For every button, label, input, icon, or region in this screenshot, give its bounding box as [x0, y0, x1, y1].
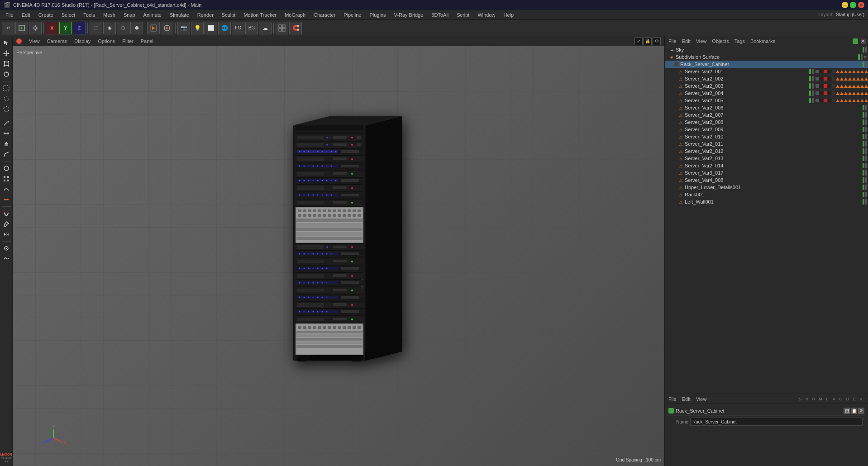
tree-item-server_var2_002[interactable]: △ Server_Var2_002	[665, 75, 868, 82]
lt-deformer[interactable]	[1, 184, 11, 194]
vp-menu-panel[interactable]: Panel	[139, 38, 155, 44]
menu-pipeline[interactable]: Pipeline	[340, 11, 365, 19]
tb-grid[interactable]	[276, 22, 288, 34]
lt-mirror[interactable]	[1, 229, 11, 239]
lt-smooth[interactable]	[1, 254, 11, 264]
vp-menu-view[interactable]: View	[27, 38, 42, 44]
menu-script[interactable]: Script	[453, 11, 473, 19]
tree-item-rack[interactable]: ⬛ Rack_Server_Cabinet	[665, 61, 868, 68]
tb-move[interactable]	[29, 22, 42, 34]
vp-menu-filter[interactable]: Filter	[120, 38, 135, 44]
tree-item-sky[interactable]: ☁ Sky	[665, 46, 868, 53]
lt-rotate-tool[interactable]	[1, 69, 11, 79]
lt-bevel[interactable]	[1, 149, 11, 159]
tree-item-server_var2_003[interactable]: △ Server_Var2_003	[665, 82, 868, 90]
tb-render[interactable]	[161, 22, 173, 34]
tb-light[interactable]: 💡	[191, 22, 204, 34]
tree-item-server_var2_010[interactable]: △ Server_Var2_010	[665, 133, 868, 140]
tb-fg[interactable]: FG	[232, 22, 244, 34]
menu-help[interactable]: Help	[500, 11, 518, 19]
lt-magnet[interactable]	[1, 209, 11, 219]
menu-render[interactable]: Render	[194, 11, 217, 19]
tb-env[interactable]: ☁	[259, 22, 272, 34]
tb-axis-x[interactable]: X	[46, 22, 58, 34]
vp-menu-cameras[interactable]: Cameras	[45, 38, 69, 44]
minimize-button[interactable]: ─	[842, 2, 848, 8]
lt-lasso[interactable]	[1, 94, 11, 104]
tb-camera[interactable]: 📷	[177, 22, 190, 34]
viewport-canvas[interactable]: Perspective	[13, 46, 664, 466]
lt-array[interactable]	[1, 174, 11, 184]
menu-motion-tracker[interactable]: Motion Tracker	[240, 11, 280, 19]
tree-item-server_var2_014[interactable]: △ Server_Var2_014	[665, 162, 868, 169]
tb-render-view[interactable]	[147, 22, 160, 34]
selected-obj-row[interactable]: Rack_Server_Cabinet 🖼 📋 ⚙	[667, 406, 866, 416]
tree-item-server_var2_005[interactable]: △ Server_Var2_005	[665, 97, 868, 104]
tb-poly-mode[interactable]: ⬢	[130, 22, 143, 34]
menu-simulate[interactable]: Simulate	[166, 11, 193, 19]
tb-axis-y[interactable]: Y	[59, 22, 72, 34]
lt-effector[interactable]	[1, 195, 11, 204]
menu-tools[interactable]: Tools	[80, 11, 99, 19]
menu-file[interactable]: File	[2, 11, 17, 19]
viewport[interactable]: View Cameras Display Options Filter Pane…	[13, 36, 664, 466]
menu-mograph[interactable]: MoGraph	[281, 11, 309, 19]
tb-bg[interactable]: BG	[245, 22, 258, 34]
lt-bridge[interactable]	[1, 128, 11, 138]
rp-menu-file[interactable]: File	[667, 38, 678, 44]
tree-item-server_var2_004[interactable]: △ Server_Var2_004	[665, 90, 868, 97]
obj-props-edit[interactable]: Edit	[680, 396, 692, 402]
menu-window[interactable]: Window	[474, 11, 499, 19]
lt-poly-select[interactable]	[1, 104, 11, 114]
lt-extrude[interactable]	[1, 139, 11, 149]
tb-floor[interactable]: ⬜	[205, 22, 217, 34]
tree-item-server_var2_013[interactable]: △ Server_Var2_013	[665, 155, 868, 162]
menu-vray[interactable]: V-Ray Bridge	[391, 11, 427, 19]
lt-scale-tool[interactable]	[1, 59, 11, 69]
tree-item-server_var2_001[interactable]: △ Server_Var2_001	[665, 68, 868, 75]
obj-props-view[interactable]: View	[694, 396, 709, 402]
tree-item-left_wall001[interactable]: △ Left_Wall001	[665, 198, 868, 205]
menu-select[interactable]: Select	[58, 11, 79, 19]
lt-paint[interactable]	[1, 219, 11, 229]
rp-menu-view[interactable]: View	[694, 38, 709, 44]
menu-3dtoall[interactable]: 3DToAll	[428, 11, 452, 19]
tree-item-rack001[interactable]: △ Rack001	[665, 191, 868, 198]
lt-knife[interactable]	[1, 118, 11, 128]
tree-item-subdivision[interactable]: ◈ Subdivision Surface ✕	[665, 53, 868, 61]
maximize-button[interactable]: □	[850, 2, 856, 8]
tree-item-server_var2_006[interactable]: △ Server_Var2_006	[665, 104, 868, 111]
obj-props-file[interactable]: File	[667, 396, 678, 402]
tree-item-server_var2_012[interactable]: △ Server_Var2_012	[665, 147, 868, 155]
sub-close-icon[interactable]: ✕	[863, 55, 867, 60]
close-button[interactable]: ✕	[858, 2, 864, 8]
vp-menu-options[interactable]: Options	[96, 38, 117, 44]
rp-menu-objects[interactable]: Objects	[710, 38, 730, 44]
tb-sky[interactable]: 🌐	[218, 22, 231, 34]
vp-menu-display[interactable]: Display	[72, 38, 92, 44]
lt-move-tool[interactable]	[1, 48, 11, 58]
tree-item-server_var4_008[interactable]: △ Server_Var4_008	[665, 176, 868, 184]
vp-close[interactable]	[16, 38, 22, 44]
tb-snap[interactable]: 🧲	[289, 22, 302, 34]
menu-mesh[interactable]: Mesh	[100, 11, 119, 19]
obj-btn-3[interactable]: ⚙	[858, 408, 864, 414]
menu-snap[interactable]: Snap	[120, 11, 139, 19]
name-field[interactable]: Rack_Server_Cabinet	[690, 418, 863, 426]
menu-character[interactable]: Character	[310, 11, 339, 19]
rp-menu-edit[interactable]: Edit	[680, 38, 692, 44]
tb-new[interactable]	[15, 22, 28, 34]
tree-item-server_var2_008[interactable]: △ Server_Var2_008	[665, 119, 868, 126]
tb-model-mode[interactable]: ◉	[103, 22, 116, 34]
tree-item-server_var2_009[interactable]: △ Server_Var2_009	[665, 126, 868, 133]
tree-item-upper_lower_details001[interactable]: △ Upper_Lower_Details001	[665, 184, 868, 191]
obj-btn-2[interactable]: 📋	[851, 408, 857, 414]
object-tree[interactable]: ☁ Sky ◈ Subdivision Surface ✕ ⬛ Rack_Ser…	[665, 46, 868, 394]
lt-select[interactable]	[1, 38, 11, 48]
menu-create[interactable]: Create	[35, 11, 57, 19]
lt-spline[interactable]	[1, 163, 11, 173]
tb-select-all[interactable]: ⬚	[90, 22, 102, 34]
tree-item-server_var2_011[interactable]: △ Server_Var2_011	[665, 140, 868, 147]
tree-item-server_var3_017[interactable]: △ Server_Var3_017	[665, 169, 868, 176]
menu-edit[interactable]: Edit	[18, 11, 34, 19]
